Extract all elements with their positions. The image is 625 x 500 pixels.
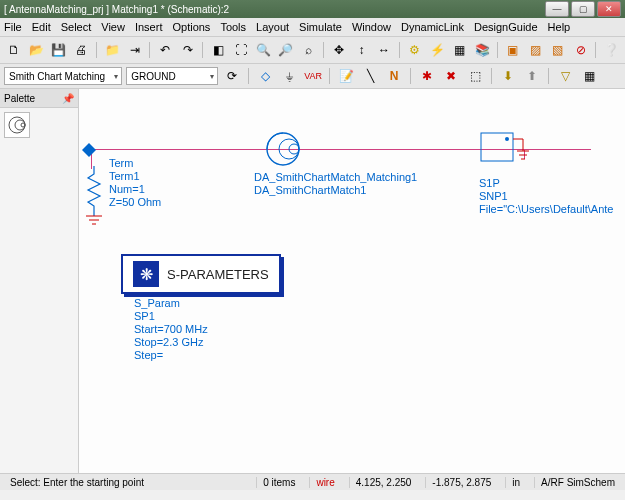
menu-simulate[interactable]: Simulate (299, 21, 342, 33)
term-labels: Term Term1 Num=1 Z=50 Ohm (109, 157, 161, 209)
tune-icon[interactable]: ⚡ (427, 40, 447, 60)
palette-header: Palette 📌 (0, 89, 78, 108)
wire-icon[interactable]: ╲ (360, 66, 380, 86)
view1-icon[interactable]: ◧ (208, 40, 228, 60)
status-mode: wire (309, 477, 340, 488)
menu-options[interactable]: Options (172, 21, 210, 33)
separator (548, 68, 549, 84)
cancel-icon[interactable]: ⊘ (571, 40, 591, 60)
short-icon[interactable]: ⬚ (465, 66, 485, 86)
open-icon[interactable]: 📂 (27, 40, 47, 60)
menu-designguide[interactable]: DesignGuide (474, 21, 538, 33)
library-icon[interactable]: 📚 (473, 40, 493, 60)
menu-edit[interactable]: Edit (32, 21, 51, 33)
push-icon[interactable]: ⬇ (498, 66, 518, 86)
port-icon[interactable]: ◇ (255, 66, 275, 86)
ground-icon[interactable]: ⏚ (279, 66, 299, 86)
move-icon[interactable]: ✥ (329, 40, 349, 60)
separator (399, 42, 400, 58)
smith-labels: DA_SmithChartMatch_Matching1 DA_SmithCha… (254, 171, 417, 197)
status-hint: Select: Enter the starting point (4, 477, 150, 488)
redo-icon[interactable]: ↷ (178, 40, 198, 60)
svg-point-7 (505, 137, 509, 141)
svg-point-1 (15, 120, 25, 130)
gear-icon: ❋ (133, 261, 159, 287)
window-title: [ AntennaMatching_prj ] Matching1 * (Sch… (4, 4, 545, 15)
star-icon[interactable]: ✱ (417, 66, 437, 86)
text-icon[interactable]: 📝 (336, 66, 356, 86)
separator (96, 42, 97, 58)
palette-title: Palette (4, 93, 35, 104)
menubar: File Edit Select View Insert Options Too… (0, 18, 625, 37)
zoom-area-icon[interactable]: ⌕ (299, 40, 319, 60)
status-units: in (505, 477, 526, 488)
window-controls: — ▢ ✕ (545, 1, 621, 17)
separator (329, 68, 330, 84)
sparam-title: S-PARAMETERS (167, 268, 269, 281)
smith-symbol (263, 129, 303, 169)
menu-select[interactable]: Select (61, 21, 92, 33)
pop-icon[interactable]: ⬆ (522, 66, 542, 86)
separator (202, 42, 203, 58)
s1p-symbol (479, 131, 539, 171)
svg-rect-6 (481, 133, 513, 161)
status-items: 0 items (256, 477, 301, 488)
minimize-button[interactable]: — (545, 1, 569, 17)
term-diamond (82, 143, 96, 157)
palette-combo-value: Smith Chart Matching (9, 71, 105, 82)
separator (410, 68, 411, 84)
separator (323, 42, 324, 58)
palette-pin-icon[interactable]: 📌 (62, 93, 74, 104)
box3-icon[interactable]: ▧ (548, 40, 568, 60)
separator (497, 42, 498, 58)
menu-view[interactable]: View (101, 21, 125, 33)
undo-icon[interactable]: ↶ (155, 40, 175, 60)
component-combo-value: GROUND (131, 71, 175, 82)
snap-icon[interactable]: ▦ (579, 66, 599, 86)
new-icon[interactable]: 🗋 (4, 40, 24, 60)
status-layout: A/RF SimSchem (534, 477, 621, 488)
menu-tools[interactable]: Tools (220, 21, 246, 33)
marker-icon[interactable]: ▽ (555, 66, 575, 86)
separator (491, 68, 492, 84)
statusbar: Select: Enter the starting point 0 items… (0, 473, 625, 490)
menu-window[interactable]: Window (352, 21, 391, 33)
palette-body (0, 108, 78, 473)
pan-side-icon[interactable]: ↔ (374, 40, 394, 60)
save-icon[interactable]: 💾 (49, 40, 69, 60)
zoom-in-icon[interactable]: 🔍 (254, 40, 274, 60)
term-symbol (84, 166, 104, 236)
print-icon[interactable]: 🖨 (72, 40, 92, 60)
main-area: Palette 📌 Term Term1 Num=1 Z=50 Ohm DA_S… (0, 89, 625, 473)
close-button[interactable]: ✕ (597, 1, 621, 17)
maximize-button[interactable]: ▢ (571, 1, 595, 17)
palette-combo[interactable]: Smith Chart Matching (4, 67, 122, 85)
menu-help[interactable]: Help (548, 21, 571, 33)
titlebar: [ AntennaMatching_prj ] Matching1 * (Sch… (0, 0, 625, 18)
zoom-fit-icon[interactable]: ⛶ (231, 40, 251, 60)
display-icon[interactable]: ▦ (450, 40, 470, 60)
svg-point-0 (9, 117, 25, 133)
folder-icon[interactable]: 📁 (102, 40, 122, 60)
zoom-out-icon[interactable]: 🔎 (276, 40, 296, 60)
simulate-icon[interactable]: ⚙ (405, 40, 425, 60)
menu-insert[interactable]: Insert (135, 21, 163, 33)
schematic-canvas[interactable]: Term Term1 Num=1 Z=50 Ohm DA_SmithChartM… (79, 89, 625, 473)
help-icon[interactable]: ❔ (601, 40, 621, 60)
name-icon[interactable]: N (384, 66, 404, 86)
status-coord2: -1.875, 2.875 (425, 477, 497, 488)
deactivate-icon[interactable]: ✖ (441, 66, 461, 86)
menu-layout[interactable]: Layout (256, 21, 289, 33)
component-combo[interactable]: GROUND (126, 67, 218, 85)
var-icon[interactable]: VAR (303, 66, 323, 86)
menu-dynamiclink[interactable]: DynamicLink (401, 21, 464, 33)
history-icon[interactable]: ⟳ (222, 66, 242, 86)
pan-up-icon[interactable]: ↕ (352, 40, 372, 60)
box2-icon[interactable]: ▨ (526, 40, 546, 60)
menu-file[interactable]: File (4, 21, 22, 33)
separator (248, 68, 249, 84)
palette-smith-icon[interactable] (4, 112, 30, 138)
s1p-labels: S1P SNP1 File="C:\Users\Default\Ante (479, 177, 613, 216)
end-icon[interactable]: ⇥ (125, 40, 145, 60)
box1-icon[interactable]: ▣ (503, 40, 523, 60)
